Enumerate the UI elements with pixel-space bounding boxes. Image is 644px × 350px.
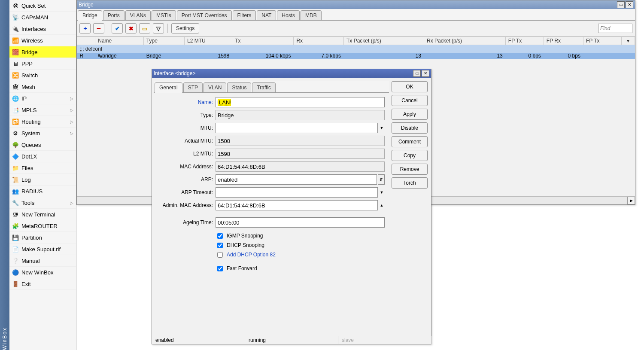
torch-button[interactable]: Torch (392, 177, 428, 189)
add-button[interactable]: ＋ (79, 23, 91, 33)
table-row[interactable]: R ↹bridge Bridge 1598 104.0 kbps 7.0 kbp… (77, 53, 635, 59)
tab-traffic[interactable]: Traffic (252, 82, 276, 92)
switch-icon: 🔀 (12, 72, 19, 79)
comment-button[interactable]: Comment (392, 136, 428, 147)
sidebar-item-files[interactable]: 📁Files (9, 162, 76, 174)
sidebar-item-ppp[interactable]: 🖥PPP (9, 58, 76, 70)
select-arrow-icon[interactable]: ⇵ (378, 174, 385, 185)
col-rx-packet-p-s-[interactable]: Rx Packet (p/s) (424, 37, 506, 45)
comment-button[interactable]: ▭ (139, 23, 150, 33)
tab-hosts[interactable]: Hosts (277, 10, 300, 20)
col-l2-mtu[interactable]: L2 MTU (185, 37, 232, 45)
sidebar-item-system[interactable]: ⚙System▷ (9, 128, 76, 139)
sidebar-item-capsman[interactable]: 📡CAPsMAN (9, 12, 76, 23)
sidebar-item-tools[interactable]: 🔧Tools▷ (9, 197, 76, 209)
chevron-down-icon[interactable]: ▼ (379, 126, 385, 130)
sidebar-item-label: Mesh (21, 84, 35, 90)
apply-button[interactable]: Apply (392, 109, 428, 120)
column-menu-icon[interactable]: ▾ (622, 37, 635, 45)
col-fp-tx[interactable]: FP Tx (505, 37, 544, 45)
sidebar-item-bridge[interactable]: 🧱Bridge (9, 46, 76, 58)
tab-vlans[interactable]: VLANs (125, 10, 151, 20)
minimize-icon[interactable]: ▭ (413, 70, 421, 77)
submenu-arrow-icon: ▷ (70, 131, 73, 136)
sidebar-item-label: Manual (21, 258, 40, 264)
arp-select[interactable]: enabled (216, 174, 377, 185)
opt82-checkbox[interactable]: Add DHCP Option 82 (216, 250, 385, 259)
tab-general[interactable]: General (155, 82, 182, 93)
col-fp-tx[interactable]: FP Tx (583, 37, 621, 45)
sidebar-item-interfaces[interactable]: 🔌Interfaces (9, 23, 76, 35)
sidebar-item-make-supout-rif[interactable]: 📄Make Supout.rif (9, 243, 76, 255)
tab-stp[interactable]: STP (183, 82, 203, 92)
sidebar-item-switch[interactable]: 🔀Switch (9, 70, 76, 81)
col-type[interactable]: Type (143, 37, 184, 45)
adminmac-input[interactable]: 64:D1:54:44:8D:6B (216, 200, 378, 210)
arptimeout-input[interactable] (216, 187, 378, 198)
col-fp-rx[interactable]: FP Rx (544, 37, 583, 45)
sidebar-item-mpls[interactable]: 📑MPLS▷ (9, 104, 76, 116)
remove-button[interactable]: Remove (392, 164, 428, 175)
sidebar-item-new-winbox[interactable]: 🔵New WinBox (9, 267, 76, 278)
tab-ports[interactable]: Ports (103, 10, 125, 20)
tab-port-mst-overrides[interactable]: Port MST Overrides (177, 10, 232, 20)
sidebar-item-queues[interactable]: 🌳Queues (9, 139, 76, 151)
sidebar-item-new-terminal[interactable]: 🖳New Terminal (9, 209, 76, 220)
chevron-up-icon[interactable]: ▲ (379, 203, 385, 207)
dhcp-checkbox[interactable]: DHCP Snooping (216, 240, 385, 250)
sidebar-item-dot1x[interactable]: 🔷Dot1X (9, 151, 76, 162)
tab-status[interactable]: Status (227, 82, 251, 92)
minimize-icon[interactable]: ▭ (617, 1, 625, 8)
sidebar-item-label: Dot1X (21, 153, 37, 160)
disable-button[interactable]: Disable (392, 122, 428, 134)
arptimeout-label: ARP Timeout: (156, 189, 216, 195)
sidebar-item-ip[interactable]: 🌐IP▷ (9, 93, 76, 104)
tab-bridge[interactable]: Bridge (78, 10, 102, 21)
col-name[interactable]: Name (95, 37, 144, 45)
sidebar-item-label: IP (21, 95, 27, 102)
sidebar-item-quick-set[interactable]: 🛠Quick Set (9, 0, 76, 12)
tab-mstis[interactable]: MSTIs (152, 10, 176, 20)
tab-filters[interactable]: Filters (233, 10, 256, 20)
col-flag[interactable] (77, 37, 95, 45)
mtu-input[interactable] (216, 123, 378, 133)
sidebar-item-routing[interactable]: 🔁Routing▷ (9, 116, 76, 128)
table-group-row[interactable]: ;;; defconf (77, 45, 635, 53)
tab-mdb[interactable]: MDB (301, 10, 322, 20)
sidebar-item-label: Tools (21, 200, 34, 206)
close-icon[interactable]: ✕ (422, 70, 429, 77)
sidebar-item-manual[interactable]: ❔Manual (9, 255, 76, 267)
sidebar-item-mesh[interactable]: 🕸Mesh (9, 81, 76, 93)
sidebar-item-label: Exit (21, 281, 31, 287)
find-input[interactable] (598, 24, 632, 33)
tab-nat[interactable]: NAT (257, 10, 276, 20)
name-input[interactable]: LAN (216, 97, 385, 107)
close-icon[interactable]: ✕ (626, 1, 633, 8)
sidebar-item-radius[interactable]: 👥RADIUS (9, 186, 76, 197)
disable-button[interactable]: ✖ (125, 23, 137, 33)
settings-button[interactable]: Settings (171, 23, 199, 33)
sidebar-item-exit[interactable]: 🚪Exit (9, 278, 76, 290)
sidebar-item-metarouter[interactable]: 🧩MetaROUTER (9, 220, 76, 232)
col-rx[interactable]: Rx (294, 37, 344, 45)
status-running: running (245, 336, 338, 344)
ageing-input[interactable]: 00:05:00 (216, 217, 385, 228)
status-enabled: enabled (152, 336, 245, 344)
filter-button[interactable]: ▽ (153, 23, 164, 33)
igmp-checkbox[interactable]: IGMP Snooping (216, 231, 385, 240)
ok-button[interactable]: OK (392, 81, 428, 92)
chevron-down-icon[interactable]: ▼ (379, 190, 385, 195)
enable-button[interactable]: ✔ (112, 23, 123, 33)
cancel-button[interactable]: Cancel (392, 95, 428, 106)
copy-button[interactable]: Copy (392, 150, 428, 161)
col-tx[interactable]: Tx (232, 37, 294, 45)
remove-button[interactable]: ━ (93, 23, 104, 33)
tab-vlan[interactable]: VLAN (204, 82, 226, 92)
sidebar-item-partition[interactable]: 💾Partition (9, 232, 76, 243)
col-tx-packet-p-s-[interactable]: Tx Packet (p/s) (343, 37, 424, 45)
fastforward-checkbox[interactable]: Fast Forward (216, 264, 385, 273)
sidebar-item-wireless[interactable]: 📶Wireless (9, 35, 76, 46)
sidebar-item-log[interactable]: 📜Log (9, 174, 76, 186)
interfaces-icon: 🔌 (12, 25, 19, 32)
sidebar-item-label: Routing (21, 119, 41, 125)
